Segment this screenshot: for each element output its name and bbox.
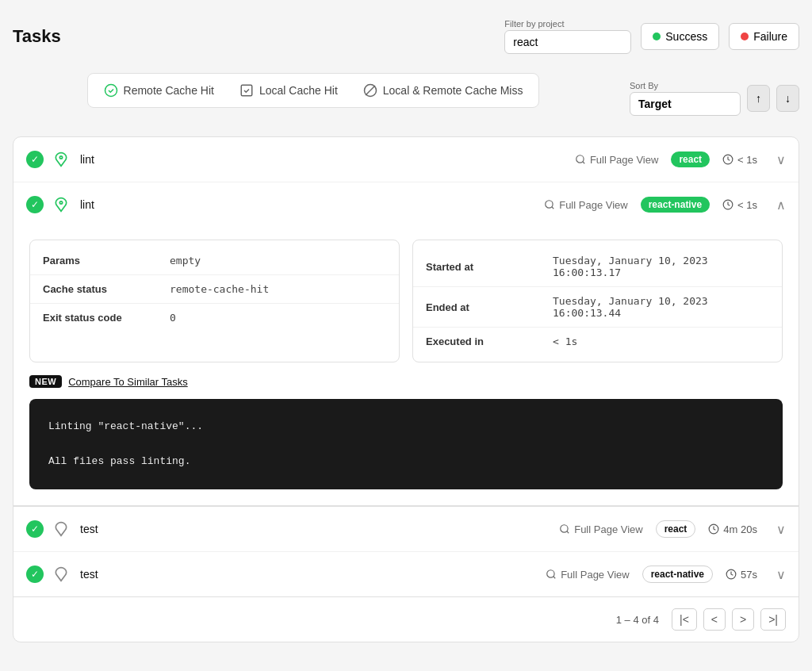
sort-select-group: Sort By Target Duration Status <box>630 81 741 116</box>
failure-label: Failure <box>753 30 787 43</box>
full-page-link[interactable]: Full Page View <box>546 569 629 581</box>
terminal-line: Linting "react-native"... <box>48 418 764 435</box>
task-row[interactable]: ✓ test Full Page View react 4m 20s ∨ <box>13 507 799 552</box>
tab-cache-miss[interactable]: Local & Remote Cache Miss <box>350 77 536 104</box>
terminal-line: All files pass linting. <box>48 453 764 470</box>
detail-key: Ended at <box>426 301 553 313</box>
svg-line-9 <box>552 207 554 209</box>
terminal-line <box>48 435 764 453</box>
tab-remote-cache-hit[interactable]: Remote Cache Hit <box>91 77 227 104</box>
project-badge: react <box>656 520 696 538</box>
task-name: lint <box>80 153 575 166</box>
full-page-link[interactable]: Full Page View <box>559 523 642 535</box>
expand-icon[interactable]: ∨ <box>776 152 786 167</box>
filter-group: Filter by project <box>504 19 631 54</box>
first-page-button[interactable]: |< <box>672 608 697 631</box>
task-row[interactable]: ✓ test Full Page View react-native 57s ∨ <box>13 552 799 596</box>
filter-label: Filter by project <box>504 19 631 29</box>
remote-cache-icon <box>50 148 72 171</box>
tab-cache-miss-label: Local & Remote Cache Miss <box>383 84 523 97</box>
next-page-button[interactable]: > <box>732 608 754 631</box>
remote-cache-icon <box>104 83 118 98</box>
failure-filter-button[interactable]: Failure <box>729 23 799 50</box>
sort-row: Sort By Target Duration Status ↑ ↓ <box>630 81 799 116</box>
task-row[interactable]: ✓ lint Full Page View react < 1s ∨ <box>13 137 799 182</box>
svg-line-5 <box>583 162 585 164</box>
project-badge: react-native <box>641 197 710 213</box>
detail-row-executed: Executed in < 1s <box>413 328 782 355</box>
cache-miss-icon <box>363 83 377 98</box>
controls-row: Remote Cache Hit Local Cache Hit <box>13 73 799 124</box>
detail-val: Tuesday, January 10, 2023 16:00:13.17 <box>553 255 769 278</box>
remote-cache-icon <box>50 194 72 216</box>
project-badge: react-native <box>642 566 713 583</box>
svg-point-8 <box>546 201 553 208</box>
detail-key: Started at <box>426 261 553 273</box>
status-icon: ✓ <box>26 566 44 583</box>
tab-local-cache-hit[interactable]: Local Cache Hit <box>227 77 350 104</box>
status-icon: ✓ <box>26 520 44 538</box>
detail-val: Tuesday, January 10, 2023 16:00:13.44 <box>553 295 769 319</box>
detail-key: Executed in <box>426 336 553 347</box>
detail-val: remote-cache-hit <box>170 283 269 295</box>
compare-link[interactable]: Compare To Similar Tasks <box>68 376 188 388</box>
svg-line-15 <box>553 577 556 579</box>
expand-icon[interactable]: ∨ <box>776 522 786 537</box>
header: Tasks Filter by project Success Failure <box>13 19 799 54</box>
task-detail-grid: Params empty Cache status remote-cache-h… <box>29 240 783 362</box>
success-filter-button[interactable]: Success <box>641 23 719 50</box>
task-row-header[interactable]: ✓ lint Full Page View react-native <box>13 182 799 227</box>
task-meta: Full Page View react 4m 20s ∨ <box>559 520 786 538</box>
pagination-row: 1 – 4 of 4 |< < > >| <box>13 596 799 642</box>
full-page-link[interactable]: Full Page View <box>544 199 627 211</box>
detail-val: < 1s <box>553 336 577 347</box>
svg-line-2 <box>366 86 375 95</box>
sort-asc-icon: ↑ <box>756 92 761 105</box>
sort-select[interactable]: Target Duration Status <box>630 92 741 116</box>
detail-val: empty <box>170 255 201 266</box>
pagination-info: 1 – 4 of 4 <box>616 614 659 626</box>
full-page-link[interactable]: Full Page View <box>575 154 658 166</box>
tab-group: Remote Cache Hit Local Cache Hit <box>87 73 540 108</box>
detail-row-params: Params empty <box>30 247 399 275</box>
prev-page-button[interactable]: < <box>703 608 726 631</box>
svg-line-12 <box>567 531 569 534</box>
sort-asc-button[interactable]: ↑ <box>747 85 770 112</box>
page: Tasks Filter by project Success Failure <box>0 0 812 671</box>
detail-card-left: Params empty Cache status remote-cache-h… <box>29 240 400 362</box>
sort-desc-button[interactable]: ↓ <box>776 85 799 112</box>
status-icon: ✓ <box>26 151 44 168</box>
detail-row-started: Started at Tuesday, January 10, 2023 16:… <box>413 247 782 287</box>
detail-key: Cache status <box>43 283 170 295</box>
success-dot <box>653 33 661 40</box>
svg-point-3 <box>59 156 62 159</box>
last-page-button[interactable]: >| <box>760 608 786 631</box>
svg-point-7 <box>59 201 62 204</box>
svg-rect-0 <box>241 85 252 96</box>
task-meta: Full Page View react-native < 1s ∧ <box>544 197 786 213</box>
local-cache-icon <box>50 563 72 585</box>
detail-key: Exit status code <box>43 312 170 324</box>
task-duration: < 1s <box>722 154 757 166</box>
filter-input[interactable] <box>504 30 631 54</box>
task-meta: Full Page View react < 1s ∨ <box>575 151 786 167</box>
detail-row-cache-status: Cache status remote-cache-hit <box>30 275 399 304</box>
task-expanded-body: Params empty Cache status remote-cache-h… <box>13 227 799 506</box>
status-icon: ✓ <box>26 196 44 213</box>
task-duration: < 1s <box>722 199 757 211</box>
detail-val: 0 <box>170 312 176 324</box>
task-name: test <box>80 568 546 581</box>
compare-row: NEW Compare To Similar Tasks <box>29 375 783 388</box>
svg-point-14 <box>547 570 554 577</box>
page-title: Tasks <box>13 26 61 47</box>
new-badge: NEW <box>29 375 62 388</box>
expand-icon[interactable]: ∨ <box>776 567 786 582</box>
task-name: lint <box>80 198 544 211</box>
terminal-block: Linting "react-native"... All files pass… <box>29 399 783 489</box>
collapse-icon[interactable]: ∧ <box>776 197 786 213</box>
task-meta: Full Page View react-native 57s ∨ <box>546 566 786 583</box>
task-list: ✓ lint Full Page View react < 1s ∨ <box>13 136 799 642</box>
detail-row-exit-code: Exit status code 0 <box>30 304 399 332</box>
detail-row-ended: Ended at Tuesday, January 10, 2023 16:00… <box>413 287 782 328</box>
success-label: Success <box>665 30 707 43</box>
